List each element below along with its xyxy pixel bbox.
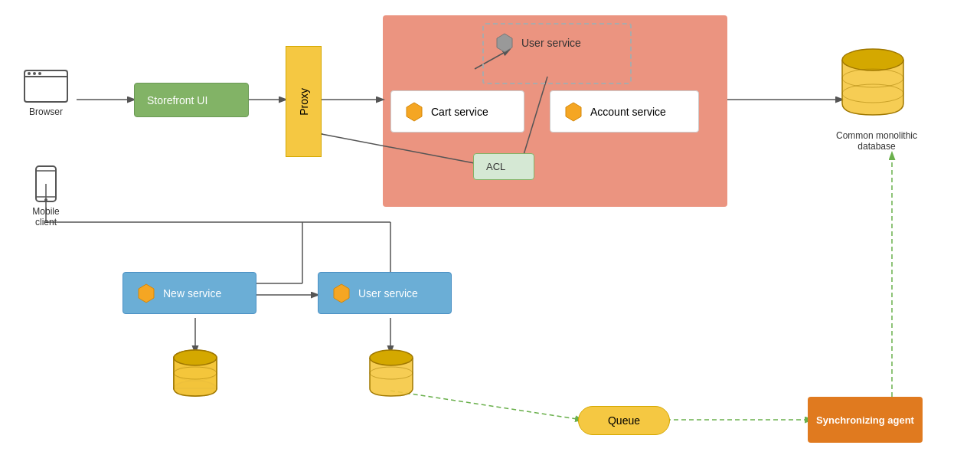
svg-point-27 [44,198,47,201]
acl-label: ACL [486,161,505,172]
storefront-ui-box[interactable]: Storefront UI [134,83,249,117]
svg-marker-31 [139,284,154,303]
hex-icon-user-top [494,32,515,54]
queue-label: Queue [608,414,640,427]
browser-label: Browser [15,106,77,117]
svg-marker-30 [566,103,581,121]
svg-point-21 [28,72,31,75]
acl-box[interactable]: ACL [473,153,534,180]
svg-point-38 [174,350,217,365]
svg-marker-29 [407,103,422,121]
proxy-box[interactable]: Proxy [286,46,322,157]
storefront-label: Storefront UI [147,94,207,106]
svg-point-42 [842,49,903,70]
new-service-label: New service [163,287,221,300]
common-db [838,46,907,123]
new-service-db [168,349,222,402]
account-service-label: Account service [590,106,666,118]
proxy-label: Proxy [298,88,310,116]
svg-point-40 [370,350,413,365]
svg-rect-19 [24,70,67,102]
hex-icon-account [563,101,584,123]
user-service-top-label: User service [521,37,581,49]
svg-rect-24 [36,166,56,201]
user-service-top-box[interactable]: User service [494,32,581,54]
queue-box[interactable]: Queue [578,406,670,435]
user-service-bottom-label: User service [358,287,418,300]
svg-point-23 [38,72,41,75]
svg-marker-28 [497,34,512,52]
hex-icon-cart [403,101,425,123]
mobile-label: Mobile client [23,206,69,228]
svg-point-22 [33,72,36,75]
sync-agent-label: Synchronizing agent [816,414,914,426]
hex-icon-user-bottom [331,283,352,304]
account-service-box[interactable]: Account service [550,90,699,133]
diagram: Browser Mobile client Storefront UI Prox… [0,0,980,455]
browser-icon: Browser [15,69,77,117]
new-service-box[interactable]: New service [122,272,256,314]
mobile-icon: Mobile client [23,165,69,228]
cart-service-box[interactable]: Cart service [390,90,524,133]
sync-agent-box[interactable]: Synchronizing agent [808,397,923,443]
user-service-db [364,349,418,402]
hex-icon-new [136,283,157,304]
svg-line-13 [390,391,582,420]
svg-marker-32 [334,284,349,303]
cart-service-label: Cart service [431,106,488,118]
user-service-bottom-box[interactable]: User service [318,272,452,314]
common-db-label: Common monolithic database [827,130,926,152]
